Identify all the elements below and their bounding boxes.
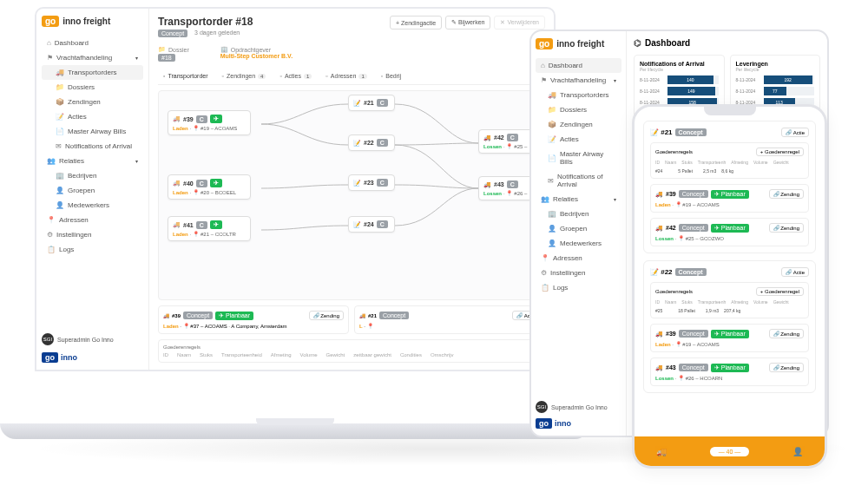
nav-icon: 📋 — [47, 246, 56, 253]
sub-node[interactable]: 🚚 #42 Concept ✈ Planbaar🔗 ZendingLossen … — [650, 218, 809, 246]
user-name: Superadmin Go Inno — [57, 337, 114, 343]
col-header: Transporteenheid — [221, 352, 262, 358]
sidebar-item-adressen[interactable]: 📍Adressen — [536, 251, 621, 266]
sidebar-item-notifications-of-arrival[interactable]: ✉Notifications of Arrival — [42, 139, 143, 154]
sub-node[interactable]: 🚚 #43 Concept ✈ Planbaar🔗 ZendingLossen … — [650, 358, 809, 386]
sidebar-item-master-airway-bills[interactable]: 📄Master Airway Bills — [536, 147, 621, 169]
sidebar-item-dashboard[interactable]: ⌂Dashboard — [42, 36, 143, 50]
add-goederenregel-button[interactable]: + Goederenregel — [756, 148, 804, 156]
card-action-button[interactable]: 🔗 Zending — [309, 311, 344, 320]
laptop-device: go inno freight ⌂Dashboard⚑Vrachtafhande… — [35, 7, 556, 432]
col-header: Volume — [300, 352, 318, 358]
dossier-id[interactable]: #18 — [158, 54, 175, 62]
node-39[interactable]: 🚚#39C✈ Laden · 📍#19 – ACOAMS — [168, 110, 251, 135]
actie-button[interactable]: 🔗 Actie — [781, 128, 809, 137]
opdrachtgever-link[interactable]: Multi-Step Customer B.V. — [220, 53, 293, 59]
zending-button[interactable]: 🔗 Zending — [769, 329, 804, 338]
col-header: Omschrijv — [431, 352, 454, 358]
sidebar-item-groepen[interactable]: 👤Groepen — [42, 183, 143, 198]
nav-icon: ⚙ — [47, 231, 53, 239]
truck-icon[interactable]: 🚚 — [656, 447, 667, 456]
sidebar-item-vrachtafhandeling: ⚑Vrachtafhandeling ▾ — [42, 50, 143, 65]
nav-icon: 🏢 — [56, 172, 64, 180]
bottom-card[interactable]: 🚚 #39 Concept ✈ Planbaar🔗 ZendingLaden ·… — [158, 305, 349, 334]
user-row[interactable]: SGI Superadmin Go Inno — [536, 401, 621, 413]
sidebar-item-logs[interactable]: 📋Logs — [42, 242, 143, 257]
sidebar-item-relaties: 👥Relaties ▾ — [42, 154, 143, 168]
actie-button[interactable]: 🔗 Actie — [781, 267, 809, 277]
sidebar-item-adressen[interactable]: 📍Adressen — [42, 213, 143, 227]
tab-acties[interactable]: ▫Acties1 — [274, 71, 317, 81]
nav-icon: 📍 — [47, 216, 56, 224]
sidebar-item-instellingen[interactable]: ⚙Instellingen — [536, 266, 621, 280]
logo-mark: go — [42, 16, 59, 27]
tab-transportorder[interactable]: ▫Transportorder — [158, 71, 214, 81]
node-22[interactable]: 📝#22C — [348, 134, 395, 151]
zending-button[interactable]: 🔗 Zending — [769, 363, 804, 372]
sidebar-item-relaties: 👥Relaties ▾ — [536, 192, 621, 207]
phone-card[interactable]: 📝 #22 Concept🔗 ActieGoederenregels+ Goed… — [643, 260, 816, 393]
sidebar-item-groepen[interactable]: 👤Groepen — [536, 221, 621, 236]
col-header: Condities — [400, 352, 422, 358]
sidebar-item-zendingen[interactable]: 📦Zendingen — [42, 95, 143, 109]
nav-icon: 🚚 — [56, 69, 64, 76]
sidebar-item-dossiers[interactable]: 📁Dossiers — [42, 80, 143, 95]
sidebar-item-master-airway-bills[interactable]: 📄Master Airway Bills — [42, 124, 143, 139]
tab-adressen[interactable]: ▫Adressen1 — [320, 71, 372, 81]
user-icon[interactable]: 👤 — [792, 447, 803, 456]
sidebar-item-transportorders[interactable]: 🚚Transportorders — [42, 65, 143, 80]
node-23[interactable]: 📝#23C — [348, 174, 395, 191]
sub-node[interactable]: 🚚 #39 Concept ✈ Planbaar🔗 ZendingLaden ·… — [650, 184, 809, 213]
goods-table: Goederenregels IDNaamStuksTransporteenhe… — [158, 339, 545, 363]
nav-icon: ⚑ — [47, 54, 53, 62]
verwijderen-button[interactable]: ✕ Verwijderen — [494, 16, 545, 30]
nav-icon: 👥 — [47, 157, 56, 165]
node-41[interactable]: 🚚#41C✈ Laden · 📍#21 – CCOLTR — [168, 216, 251, 241]
sub-node[interactable]: 🚚 #39 Concept ✈ Planbaar🔗 ZendingLaden ·… — [650, 324, 809, 352]
bottom-card[interactable]: 🚚 #21 Concept🔗 ActieL · 📍 — [354, 305, 545, 334]
sidebar-item-medewerkers[interactable]: 👤Medewerkers — [536, 236, 621, 251]
sidebar-item-transportorders[interactable]: 🚚Transportorders — [536, 88, 621, 102]
sidebar-item-acties[interactable]: 📝Acties — [536, 132, 621, 147]
sidebar-item-dossiers[interactable]: 📁Dossiers — [536, 102, 621, 117]
nav-icon: 👤 — [56, 187, 64, 194]
logo: go inno freight — [536, 38, 621, 49]
sidebar-item-zendingen[interactable]: 📦Zendingen — [536, 117, 621, 132]
add-goederenregel-button[interactable]: + Goederenregel — [756, 287, 804, 296]
tablet-sidebar: go inno freight ⌂Dashboard⚑Vrachtafhande… — [531, 31, 627, 436]
sidebar-item-instellingen[interactable]: ⚙Instellingen — [42, 227, 143, 242]
sidebar-item-logs[interactable]: 📋Logs — [536, 280, 621, 295]
zending-button[interactable]: 🔗 Zending — [769, 189, 804, 199]
zendingactie-button[interactable]: + Zendingactie — [390, 16, 442, 30]
sidebar-item-medewerkers[interactable]: 👤Medewerkers — [42, 198, 143, 213]
nav-icon: 📦 — [56, 98, 64, 106]
sidebar-item-acties[interactable]: 📝Acties — [42, 109, 143, 124]
avatar: SGI — [42, 333, 54, 345]
zoom-control[interactable]: — 40 — — [710, 447, 750, 456]
zending-button[interactable]: 🔗 Zending — [769, 223, 804, 233]
footer-logo: goinno — [536, 418, 621, 429]
user-row[interactable]: SGI Superadmin Go Inno — [42, 333, 143, 345]
logo-text: inno freight — [62, 16, 110, 26]
col-header: Naam — [177, 352, 191, 358]
node-40[interactable]: 🚚#40C✈ Laden · 📍#20 – BCOEEL — [168, 174, 251, 200]
nav-icon: 👤 — [56, 201, 64, 209]
page-title: Transportorder #18 — [158, 16, 253, 28]
sidebar-item-dashboard[interactable]: ⌂Dashboard — [536, 58, 621, 73]
footer-logo: go inno — [42, 352, 143, 363]
building-icon: 🏢 — [220, 46, 228, 53]
node-24[interactable]: 📝#24C — [348, 216, 395, 233]
bijwerken-button[interactable]: ✎ Bijwerken — [445, 16, 490, 30]
sidebar-item-notifications-of-arrival[interactable]: ✉Notifications of Arrival — [536, 169, 621, 192]
phone-card[interactable]: 📝 #21 Concept🔗 ActieGoederenregels+ Goed… — [643, 121, 816, 253]
graph-canvas[interactable]: 🚚#39C✈ Laden · 📍#19 – ACOAMS 🚚#40C✈ Lade… — [158, 90, 545, 300]
sidebar-item-bedrijven[interactable]: 🏢Bedrijven — [536, 207, 621, 221]
tab-zendingen[interactable]: ▫Zendingen4 — [217, 71, 272, 81]
sidebar-item-bedrijven[interactable]: 🏢Bedrijven — [42, 168, 143, 183]
node-21[interactable]: 📝#21C — [348, 95, 395, 111]
sidebar-item-vrachtafhandeling: ⚑Vrachtafhandeling ▾ — [536, 73, 621, 88]
tab-bedrij[interactable]: ▫Bedrij — [376, 71, 406, 81]
col-header: Stuks — [200, 352, 213, 358]
status-badge: Concept — [158, 30, 187, 37]
nav-icon: ✉ — [56, 142, 62, 150]
